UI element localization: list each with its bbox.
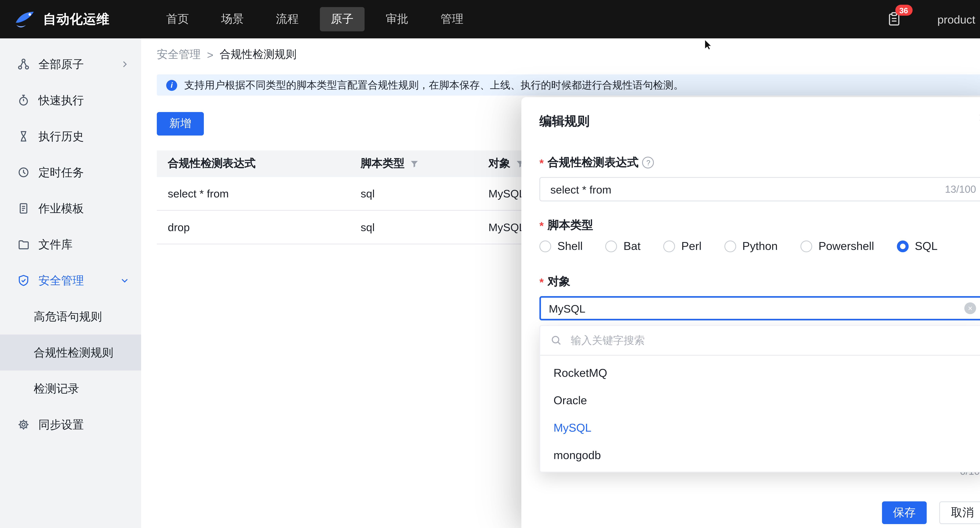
sidebar-item-scheduled-tasks[interactable]: 定时任务 (0, 154, 141, 190)
sidebar-item-execution-history[interactable]: 执行历史 (0, 118, 141, 154)
sidebar-item-label: 同步设置 (38, 417, 84, 432)
add-button[interactable]: 新增 (157, 112, 204, 136)
notification-button[interactable]: 36 (886, 12, 901, 27)
primary-nav: 首页 场景 流程 原子 审批 管理 (155, 7, 474, 31)
modal-title: 编辑规则 (539, 114, 980, 130)
expression-input-box: 13/100 (539, 177, 980, 201)
sidebar-item-label: 快速执行 (38, 93, 84, 108)
breadcrumb-current: 合规性检测规则 (220, 48, 296, 62)
sidebar-item-label: 文件库 (38, 237, 73, 252)
dropdown-search-input[interactable] (569, 334, 975, 347)
expression-field-label: * 合规性检测表达式 ? (539, 155, 980, 170)
sidebar-item-job-templates[interactable]: 作业模板 (0, 190, 141, 227)
sidebar-item-sync-settings[interactable]: 同步设置 (0, 407, 141, 442)
required-asterisk: * (539, 275, 544, 288)
sidebar-item-file-library[interactable]: 文件库 (0, 227, 141, 262)
sidebar-item-quick-execute[interactable]: 快速执行 (0, 82, 141, 118)
target-dropdown: RocketMQ Oracle MySQL mongodb (539, 325, 980, 473)
top-navigation-bar: 自动化运维 首页 场景 流程 原子 审批 管理 36 product (0, 0, 980, 38)
target-field-label: * 对象 (539, 274, 980, 289)
nav-scenes[interactable]: 场景 (210, 7, 255, 31)
filter-icon[interactable] (410, 159, 418, 168)
radio-circle[interactable] (800, 240, 812, 252)
clear-icon[interactable]: × (964, 302, 976, 314)
sidebar-item-label: 执行历史 (38, 129, 84, 144)
clock-icon (17, 166, 30, 179)
required-asterisk: * (539, 219, 544, 231)
account-name: product (937, 13, 975, 25)
notification-count-badge: 36 (895, 5, 913, 16)
target-select[interactable]: MySQL × (539, 296, 980, 320)
nav-atoms[interactable]: 原子 (320, 7, 364, 31)
breadcrumb: 安全管理 > 合规性检测规则 (157, 38, 980, 71)
radio-python[interactable]: Python (724, 240, 778, 252)
cell-script-type: sql (350, 211, 477, 244)
radio-powershell[interactable]: Powershell (800, 240, 874, 252)
document-icon (17, 202, 30, 215)
target-select-value: MySQL (549, 302, 585, 314)
search-icon (550, 335, 562, 346)
sidebar-item-security-management[interactable]: 安全管理 (0, 262, 141, 298)
char-counter: 13/100 (945, 183, 976, 195)
sidebar-subitem-label: 合规性检测规则 (34, 345, 113, 360)
dropdown-option-rocketmq[interactable]: RocketMQ (540, 359, 980, 386)
mouse-cursor (704, 39, 715, 50)
cell-expression: drop (157, 211, 350, 244)
account-menu[interactable]: product (937, 13, 980, 25)
hourglass-icon (17, 130, 30, 143)
nav-approvals[interactable]: 审批 (375, 7, 420, 31)
dropdown-option-oracle[interactable]: Oracle (540, 386, 980, 414)
radio-shell[interactable]: Shell (539, 240, 583, 252)
info-banner: i 支持用户根据不同类型的脚本类型言配置合规性规则，在脚本保存、上线、执行的时候… (157, 75, 980, 95)
cell-expression: select * from (157, 177, 350, 210)
breadcrumb-separator: > (207, 49, 213, 61)
question-circle-icon[interactable]: ? (643, 157, 654, 168)
breadcrumb-parent[interactable]: 安全管理 (157, 48, 201, 62)
radio-circle[interactable] (724, 240, 736, 252)
cancel-button[interactable]: 取消 (939, 501, 980, 524)
info-banner-text: 支持用户根据不同类型的脚本类型言配置合规性规则，在脚本保存、上线、执行的时候都进… (184, 78, 684, 92)
script-type-radio-group: Shell Bat Perl Python Powershell (539, 240, 980, 252)
sidebar-item-label: 安全管理 (38, 273, 84, 288)
table-header-script-type: 脚本类型 (350, 151, 477, 177)
sidebar-subitem-label: 高危语句规则 (34, 309, 102, 324)
shield-icon (17, 274, 30, 287)
radio-sql[interactable]: SQL (897, 240, 938, 252)
radio-circle[interactable] (663, 240, 675, 252)
sidebar-subitem-high-risk-rules[interactable]: 高危语句规则 (0, 298, 141, 335)
dropdown-option-mysql[interactable]: MySQL (540, 414, 980, 441)
sidebar-item-label: 定时任务 (38, 165, 84, 180)
dropdown-option-mongodb[interactable]: mongodb (540, 441, 980, 468)
sidebar-subitem-detection-records[interactable]: 检测记录 (0, 371, 141, 407)
radio-circle[interactable] (539, 240, 551, 252)
edit-rule-modal: 编辑规则 × * 合规性检测表达式 ? 13/100 * 脚本类型 Shell (521, 97, 980, 528)
dropdown-options: RocketMQ Oracle MySQL mongodb (540, 356, 980, 472)
radio-circle-checked[interactable] (897, 240, 908, 252)
dropdown-search-row (540, 326, 980, 356)
chevron-down-icon (120, 276, 129, 285)
app-logo-icon[interactable] (14, 9, 35, 30)
cell-script-type: sql (350, 177, 477, 210)
radio-circle[interactable] (605, 240, 617, 252)
sidebar-subitem-label: 检测记录 (34, 381, 79, 396)
chevron-right-icon (120, 60, 129, 69)
close-icon[interactable]: × (978, 110, 980, 125)
network-icon (17, 58, 30, 70)
modal-footer: 保存 取消 (882, 501, 980, 524)
info-icon: i (166, 79, 177, 90)
save-button[interactable]: 保存 (882, 501, 927, 524)
nav-flows[interactable]: 流程 (265, 7, 310, 31)
radio-bat[interactable]: Bat (605, 240, 641, 252)
expression-input[interactable] (549, 182, 939, 196)
nav-home[interactable]: 首页 (155, 7, 200, 31)
stopwatch-icon (17, 94, 30, 106)
sidebar-subitem-compliance-rules[interactable]: 合规性检测规则 (0, 335, 141, 371)
gear-icon (17, 418, 30, 431)
radio-perl[interactable]: Perl (663, 240, 702, 252)
sidebar-item-all-atoms[interactable]: 全部原子 (0, 46, 141, 82)
script-type-field-label: * 脚本类型 (539, 218, 980, 233)
sidebar: 全部原子 快速执行 执行历史 (0, 38, 141, 528)
nav-admin[interactable]: 管理 (430, 7, 474, 31)
table-header-expression: 合规性检测表达式 (157, 151, 350, 177)
app-title: 自动化运维 (43, 11, 110, 28)
